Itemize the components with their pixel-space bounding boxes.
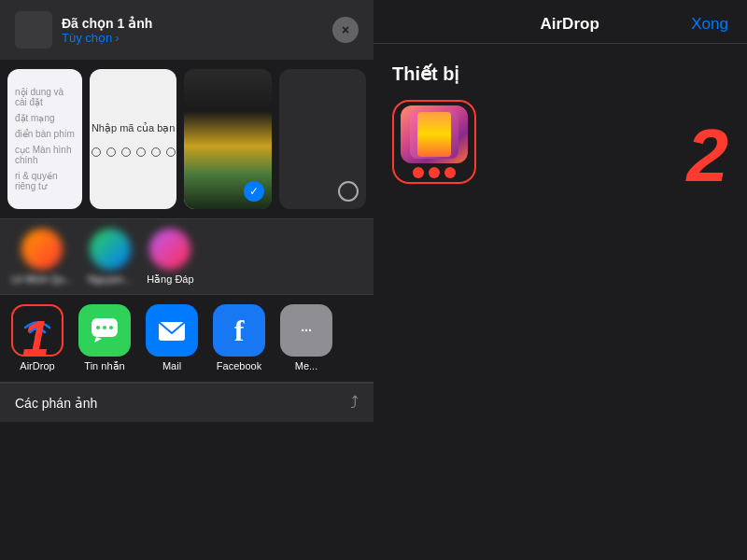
preview-card-photo[interactable]: ✓ (184, 69, 271, 209)
sidebar-text-2: đặt mạng (10, 110, 79, 126)
thumbnail-mini (15, 11, 52, 49)
messages-icon[interactable] (78, 304, 131, 357)
device-screen-inner (401, 105, 468, 163)
sidebar-text-4: cục Màn hình chính (10, 142, 79, 168)
preview-card-settings: nội dung và cài đặt đặt mạng điển bàn ph… (7, 69, 82, 209)
svg-point-4 (103, 326, 106, 329)
select-circle (338, 181, 359, 202)
app-item-more[interactable]: ··· Me... (276, 304, 336, 371)
lock-text: Nhập mã của bạn (92, 122, 175, 134)
contact-avatar-3 (149, 229, 190, 270)
svg-point-3 (96, 326, 100, 329)
mail-label: Mail (162, 360, 181, 371)
sidebar-text-1: nội dung và cài đặt (10, 84, 79, 110)
sidebar-text-3: điển bàn phím (10, 126, 79, 142)
lock-dot-6 (166, 147, 176, 157)
lockscreen-content: Nhập mã của bạn (90, 69, 176, 209)
app-item-airdrop[interactable]: AirDrop 1 (7, 304, 67, 371)
share-subtitle[interactable]: Tùy chọn › (62, 31, 152, 45)
contact-item-1: Lê Minh Qu... (11, 229, 73, 285)
airdrop-header: AirDrop Xong (374, 0, 747, 44)
device-screen (401, 105, 468, 163)
bottom-bar-text: Các phán ảnh (15, 396, 97, 411)
preview-card-lockscreen: Nhập mã của bạn (90, 69, 176, 209)
bottom-bar-icon: ⤴ (350, 393, 359, 413)
sidebar-text-5: ri & quyền riêng tư (10, 168, 79, 194)
contact-item-2: Nguyen... (88, 229, 132, 285)
image-preview-area: nội dung và cài đặt đặt mạng điển bàn ph… (0, 60, 374, 218)
lock-dots (92, 147, 176, 157)
share-header: Đã chọn 1 ảnh Tùy chọn › × (0, 0, 374, 60)
lock-dot-5 (151, 147, 161, 157)
lock-dot-3 (121, 147, 131, 157)
contact-avatar-2 (90, 229, 131, 270)
more-label: Me... (295, 360, 317, 371)
contact-label-3: Hằng Đáp (147, 273, 193, 286)
contact-label-1: Lê Minh Qu... (11, 273, 73, 285)
more-icon[interactable]: ··· (280, 304, 332, 357)
lock-dot-1 (92, 147, 101, 157)
step-badge-2: 2 (687, 119, 729, 193)
facebook-label: Facebook (217, 360, 261, 371)
app-item-mail[interactable]: Mail (142, 304, 202, 371)
left-panel: Đã chọn 1 ảnh Tùy chọn › × nội dung và c… (0, 0, 374, 560)
facebook-icon[interactable]: f (213, 304, 265, 357)
step-badge-1: 1 (22, 314, 49, 362)
device-dot-1 (413, 167, 424, 178)
check-badge: ✓ (244, 181, 264, 202)
mail-icon[interactable] (146, 304, 198, 357)
device-icon-container[interactable] (392, 100, 476, 184)
contacts-row: Lê Minh Qu... Nguyen... Hằng Đáp (0, 219, 374, 294)
apps-row: AirDrop 1 Tin nhắn (0, 295, 374, 382)
messages-label: Tin nhắn (84, 360, 124, 372)
app-item-messages[interactable]: Tin nhắn (75, 304, 134, 372)
airdrop-done-button[interactable]: Xong (691, 15, 728, 34)
device-dot-3 (444, 167, 456, 178)
share-title: Đã chọn 1 ảnh (62, 16, 152, 31)
bottom-bar: Các phán ảnh ⤴ (0, 383, 374, 422)
device-dots (413, 167, 456, 178)
mail-envelope-icon (156, 315, 188, 346)
share-title-group: Đã chọn 1 ảnh Tùy chọn › (62, 16, 152, 45)
ipad-mini-icon (410, 110, 458, 159)
share-header-left: Đã chọn 1 ảnh Tùy chọn › (15, 11, 152, 49)
svg-marker-2 (94, 337, 102, 343)
svg-point-5 (109, 326, 113, 329)
preview-card-4[interactable] (279, 69, 366, 209)
lock-dot-2 (106, 147, 116, 157)
messages-bubble-icon (89, 315, 120, 346)
contact-item-3: Hằng Đáp (147, 229, 193, 286)
airdrop-title: AirDrop (541, 15, 599, 34)
contact-label-2: Nguyen... (88, 273, 132, 285)
lock-dot-4 (136, 147, 146, 157)
right-panel: AirDrop Xong Thiết bị 2 (374, 0, 747, 560)
app-item-facebook[interactable]: f Facebook (209, 304, 269, 371)
close-button[interactable]: × (332, 17, 359, 43)
airdrop-content: Thiết bị 2 (374, 44, 747, 560)
ipad-screen (417, 112, 451, 157)
devices-label: Thiết bị (392, 63, 728, 85)
contact-avatar-1 (21, 229, 63, 270)
device-dot-2 (429, 167, 440, 178)
